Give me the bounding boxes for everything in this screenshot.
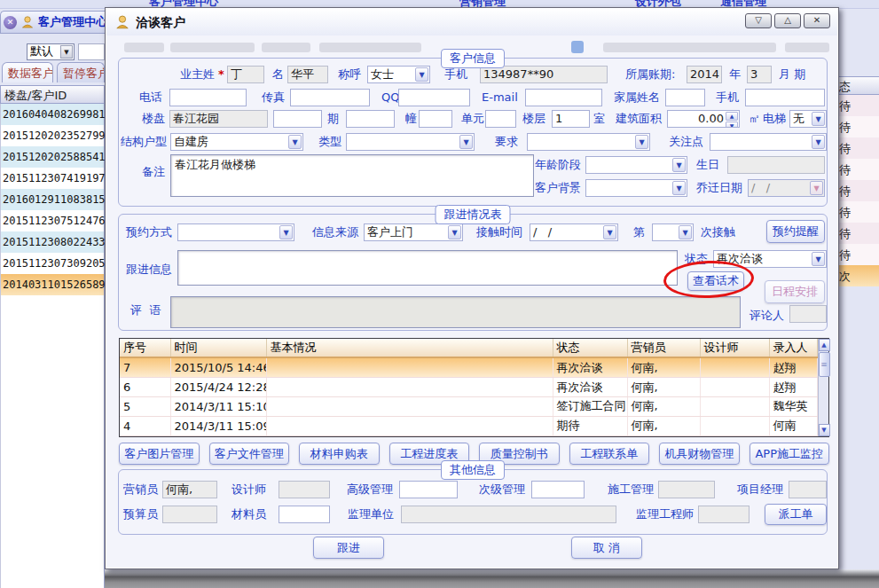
client-id-item[interactable]: 2015112307419197 xyxy=(1,168,104,189)
building-field[interactable] xyxy=(346,110,395,128)
dispatch-order-button[interactable]: 派工单 xyxy=(765,504,827,525)
action-button[interactable]: 材料申购表 xyxy=(299,443,380,465)
scroll-down-icon[interactable]: ▼ xyxy=(819,424,830,436)
customer-background-combo[interactable]: ▼ xyxy=(585,179,687,197)
family-mobile-field[interactable] xyxy=(745,89,825,106)
history-column-header[interactable]: 录入人 xyxy=(769,339,817,357)
fax-field[interactable] xyxy=(290,89,370,106)
phase-field[interactable] xyxy=(273,110,322,128)
floor-field[interactable]: 1 xyxy=(552,110,590,128)
history-column-header[interactable]: 状态 xyxy=(553,339,627,357)
sales-field[interactable]: 何南, xyxy=(162,481,217,498)
client-id-item[interactable]: 2016040408269981 xyxy=(1,104,104,125)
client-id-item[interactable]: 2014031101526589 xyxy=(1,274,104,295)
qq-field[interactable] xyxy=(398,89,470,106)
contact-time-combo[interactable]: / / ▼ xyxy=(530,223,618,241)
move-date-label: 乔迁日期 xyxy=(696,179,742,197)
construction-manager-field[interactable] xyxy=(658,481,715,498)
followup-info-textarea[interactable] xyxy=(177,250,678,286)
minimize-button[interactable]: ▽ xyxy=(745,13,772,28)
dialog-titlebar[interactable]: 洽谈客户 ▽ △ ✕ xyxy=(106,9,837,35)
tab-paused-clients[interactable]: 暂停客户 xyxy=(57,62,105,82)
secondary-manager-field[interactable] xyxy=(531,481,585,498)
maximize-button[interactable]: △ xyxy=(774,13,801,28)
history-row[interactable]: 6 2015/4/24 12:28 再次洽谈 何南, 赵翔 xyxy=(120,378,817,397)
action-button[interactable]: APP施工监控 xyxy=(750,443,830,465)
area-spinner[interactable]: 0.00 ▲ ▼ xyxy=(667,110,740,128)
history-row[interactable]: 4 2014/3/11 15:09 期待 何南, 何南 xyxy=(120,416,817,435)
structure-combo[interactable]: 自建房 ▼ xyxy=(170,133,303,151)
budgeter-label: 预算员 xyxy=(123,506,158,523)
first-name-label: 名 xyxy=(268,66,284,83)
mobile-field[interactable]: 134987**90 xyxy=(480,66,608,83)
account-month-field[interactable]: 3 xyxy=(747,66,772,83)
move-date-combo[interactable]: / / ▼ xyxy=(748,179,825,197)
elevator-combo[interactable]: 无 ▼ xyxy=(789,110,827,128)
client-id-item[interactable]: 2015120202588541 xyxy=(1,146,104,168)
appoint-method-combo[interactable]: ▼ xyxy=(177,223,294,241)
cancel-button[interactable]: 取 消 xyxy=(571,537,642,559)
account-year-field[interactable]: 2014 xyxy=(687,66,722,83)
table-scrollbar[interactable]: ▲ ≡ ▼ xyxy=(818,339,829,436)
client-id-item[interactable]: 2015112307512476 xyxy=(1,210,104,231)
material-clerk-field[interactable] xyxy=(279,506,330,523)
remark-textarea[interactable]: 春江花月做楼梯 xyxy=(170,154,534,197)
birthday-field[interactable] xyxy=(727,156,825,174)
schedule-button[interactable]: 日程安排 xyxy=(765,280,825,303)
phone-field[interactable] xyxy=(169,89,247,106)
owner-name-field[interactable]: 丁 xyxy=(227,66,264,83)
supervision-engineer-field[interactable] xyxy=(698,506,750,523)
filter-input[interactable] xyxy=(78,43,105,60)
estate-field[interactable]: 春江花园 xyxy=(169,110,268,128)
info-source-combo[interactable]: 客户上门 ▼ xyxy=(364,223,463,241)
spinner-up-icon[interactable]: ▲ xyxy=(726,112,738,121)
action-button[interactable]: 客户文件管理 xyxy=(209,443,290,465)
comment-textarea[interactable] xyxy=(170,296,741,328)
unit-field[interactable] xyxy=(419,110,452,128)
history-column-header[interactable]: 设计师 xyxy=(700,339,769,357)
scrollbar-thumb[interactable]: ≡ xyxy=(819,352,830,377)
senior-manager-field[interactable] xyxy=(399,481,458,498)
filter-combo[interactable]: 默认 ▼ xyxy=(27,43,75,60)
history-column-header[interactable]: 时间 xyxy=(170,339,266,357)
requirement-combo[interactable]: ▼ xyxy=(527,133,650,151)
action-button[interactable]: 机具财物管理 xyxy=(659,443,740,465)
follow-button[interactable]: 跟进 xyxy=(313,537,384,559)
family-name-field[interactable] xyxy=(665,89,705,106)
email-field[interactable] xyxy=(525,89,602,106)
cell-sales: 何南, xyxy=(627,397,700,417)
supervision-unit-field[interactable] xyxy=(401,506,616,523)
tab-data-clients[interactable]: 数据客户 xyxy=(2,62,53,82)
close-tab-icon[interactable]: ✕ xyxy=(4,16,17,29)
history-column-header[interactable]: 基本情况 xyxy=(266,339,553,357)
focus-combo[interactable]: ▼ xyxy=(710,133,827,151)
history-column-header[interactable]: 营销员 xyxy=(627,339,700,357)
scroll-up-icon[interactable]: ▲ xyxy=(819,339,830,351)
client-id-item[interactable]: 2015120202352799 xyxy=(1,125,104,146)
budgeter-field[interactable] xyxy=(162,506,217,523)
unit-number-field[interactable] xyxy=(485,110,516,128)
sales-label: 营销员 xyxy=(123,481,158,498)
close-button[interactable]: ✕ xyxy=(804,13,830,28)
salutation-combo[interactable]: 女士 ▼ xyxy=(367,66,430,83)
status-combo[interactable]: 再次洽谈 ▼ xyxy=(713,250,827,268)
client-id-item[interactable]: 2016012911083815 xyxy=(1,189,104,210)
project-manager-field[interactable] xyxy=(789,481,827,498)
spinner-down-icon[interactable]: ▼ xyxy=(726,122,738,128)
history-row[interactable]: 5 2014/3/11 15:10 签订施工合同 何南, 魏华英 xyxy=(120,397,817,417)
commenter-field[interactable] xyxy=(789,305,827,323)
client-id-item[interactable]: 2015112307309205 xyxy=(1,253,104,274)
action-button[interactable]: 客户图片管理 xyxy=(119,443,200,465)
window-tab-customer-center[interactable]: ✕ 客户管理中心 xyxy=(0,11,105,34)
contact-count-combo[interactable]: ▼ xyxy=(652,223,694,241)
action-button[interactable]: 工程联系单 xyxy=(569,443,650,465)
view-script-button[interactable]: 查看话术 xyxy=(687,271,744,291)
type-combo[interactable]: ▼ xyxy=(346,133,475,151)
designer-field[interactable] xyxy=(279,481,330,498)
age-stage-combo[interactable]: ▼ xyxy=(585,156,687,174)
first-name-field[interactable]: 华平 xyxy=(287,66,328,83)
history-column-header[interactable]: 序号 xyxy=(120,339,170,357)
appointment-reminder-button[interactable]: 预约提醒 xyxy=(766,220,825,243)
client-id-item[interactable]: 2015112308022433 xyxy=(1,231,104,253)
history-row[interactable]: 7 2015/10/5 14:46 再次洽谈 何南, 赵翔 xyxy=(120,357,817,378)
